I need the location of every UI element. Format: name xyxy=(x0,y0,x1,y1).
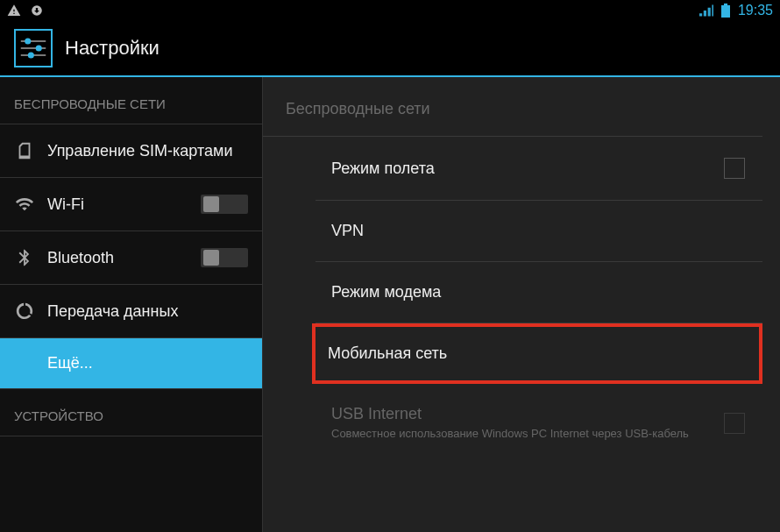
sidebar-item-data-usage[interactable]: Передача данных xyxy=(0,285,262,338)
sidebar-item-bluetooth[interactable]: Bluetooth xyxy=(0,231,262,285)
sidebar-item-sim[interactable]: Управление SIM-картами xyxy=(0,124,262,178)
download-icon xyxy=(30,4,44,18)
signal-icon xyxy=(699,4,713,18)
detail-section-header: Беспроводные сети xyxy=(263,77,762,137)
list-item-vpn[interactable]: VPN xyxy=(316,201,762,262)
data-usage-icon xyxy=(14,301,35,322)
sidebar-section-wireless: БЕСПРОВОДНЫЕ СЕТИ xyxy=(0,77,262,124)
page-title: Настройки xyxy=(65,37,160,60)
sidebar-item-label: Управление SIM-картами xyxy=(47,142,248,160)
bluetooth-icon xyxy=(14,247,35,268)
svg-rect-2 xyxy=(724,4,727,5)
sidebar-item-label: Ещё... xyxy=(47,354,248,372)
sidebar-item-label: Передача данных xyxy=(47,302,248,321)
wifi-icon xyxy=(14,194,35,215)
sidebar-item-more[interactable]: Ещё... xyxy=(0,338,262,389)
list-item-usb-internet: USB Internet Совместное использование Wi… xyxy=(316,384,762,463)
svg-rect-1 xyxy=(721,5,730,18)
sidebar-section-device: УСТРОЙСТВО xyxy=(0,389,262,436)
list-item-airplane[interactable]: Режим полета xyxy=(316,137,762,201)
list-item-title: USB Internet xyxy=(331,405,713,423)
list-item-tethering[interactable]: Режим модема xyxy=(316,262,762,323)
svg-point-4 xyxy=(25,38,31,44)
bluetooth-toggle[interactable] xyxy=(201,248,248,267)
wifi-toggle[interactable] xyxy=(201,195,248,214)
svg-point-6 xyxy=(36,45,42,51)
settings-app-icon[interactable] xyxy=(14,29,53,67)
settings-detail-panel: Беспроводные сети Режим полета VPN Режим… xyxy=(263,77,780,532)
list-item-subtitle: Совместное использование Windows PC Inte… xyxy=(331,427,713,442)
usb-internet-checkbox xyxy=(724,413,745,434)
list-item-title: VPN xyxy=(331,222,745,240)
svg-point-8 xyxy=(28,52,34,58)
list-item-title: Режим модема xyxy=(331,283,745,301)
list-item-title: Режим полета xyxy=(331,160,713,178)
airplane-checkbox[interactable] xyxy=(724,158,745,179)
battery-icon xyxy=(719,4,733,18)
sidebar-item-label: Wi-Fi xyxy=(47,195,188,214)
sidebar-item-wifi[interactable]: Wi-Fi xyxy=(0,178,262,231)
clock-time: 19:35 xyxy=(738,3,773,18)
list-item-title: Мобильная сеть xyxy=(328,344,741,363)
warning-icon xyxy=(7,4,21,18)
list-item-mobile-network[interactable]: Мобильная сеть xyxy=(312,323,762,384)
sim-icon xyxy=(14,140,35,161)
status-bar: 19:35 xyxy=(0,0,780,21)
title-bar: Настройки xyxy=(0,21,780,77)
settings-sidebar: БЕСПРОВОДНЫЕ СЕТИ Управление SIM-картами… xyxy=(0,77,263,532)
sidebar-item-label: Bluetooth xyxy=(47,249,188,267)
